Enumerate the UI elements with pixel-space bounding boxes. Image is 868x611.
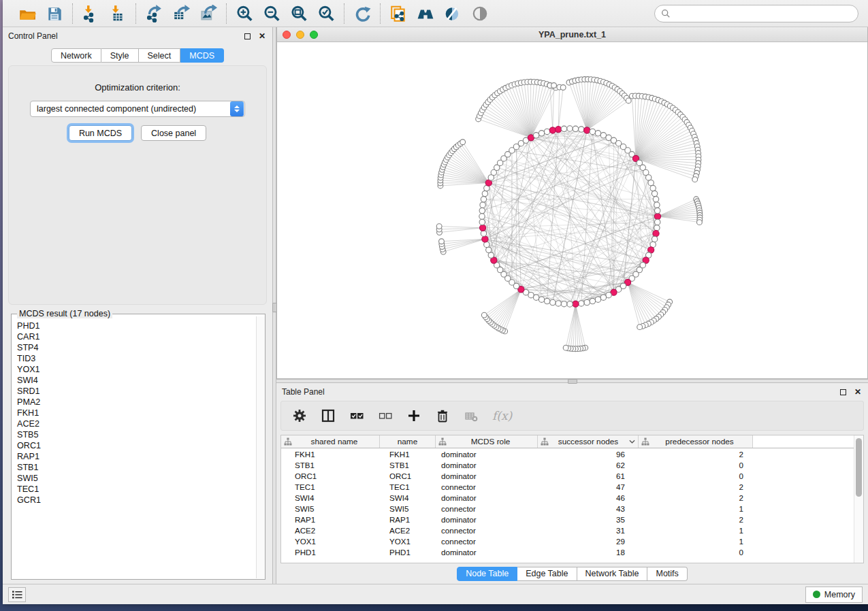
ring-node[interactable] <box>590 298 595 303</box>
tab-style[interactable]: Style <box>101 48 139 63</box>
splitter-handle[interactable] <box>272 303 277 312</box>
table-row[interactable]: ACE2ACE2connector311 <box>281 525 854 535</box>
mcds-node-item[interactable]: PHD1 <box>17 320 256 331</box>
close-window-icon[interactable] <box>283 31 291 39</box>
search-input[interactable] <box>675 9 852 18</box>
ring-node[interactable] <box>488 252 494 258</box>
ring-node[interactable] <box>482 191 487 196</box>
columns-icon[interactable] <box>321 407 336 425</box>
zoom-window-icon[interactable] <box>310 31 318 39</box>
close-table-panel-button[interactable]: ✕ <box>853 387 863 397</box>
splitter-handle-h[interactable] <box>568 379 577 384</box>
table-row[interactable]: ORC1ORC1dominator610 <box>281 470 854 481</box>
table-row[interactable]: SWI5SWI5connector431 <box>281 503 854 514</box>
import-network-icon[interactable] <box>81 4 100 23</box>
ring-node[interactable] <box>595 131 600 136</box>
tab-network[interactable]: Network <box>51 48 101 63</box>
ring-node[interactable] <box>567 301 573 307</box>
network-snapshot-icon[interactable] <box>389 4 408 23</box>
zoom-out-icon[interactable] <box>262 4 281 23</box>
ring-node[interactable] <box>595 297 600 302</box>
save-icon[interactable] <box>45 4 64 23</box>
mcds-hub-node[interactable] <box>653 231 659 237</box>
network-canvas[interactable] <box>277 42 867 378</box>
mcds-node-item[interactable]: RAP1 <box>17 451 256 462</box>
ring-node[interactable] <box>654 225 660 231</box>
ring-node[interactable] <box>533 133 539 138</box>
refresh-icon[interactable] <box>353 4 372 23</box>
tab-edge-table[interactable]: Edge Table <box>517 567 577 581</box>
mcds-node-item[interactable]: TEC1 <box>17 484 256 495</box>
mcds-node-item[interactable]: FKH1 <box>17 408 256 418</box>
delete-column-icon[interactable] <box>435 407 450 425</box>
ring-node[interactable] <box>556 301 561 306</box>
ring-node[interactable] <box>567 126 573 131</box>
ring-node[interactable] <box>544 298 549 303</box>
vertical-splitter[interactable] <box>272 27 276 584</box>
ring-node[interactable] <box>655 208 660 213</box>
satellite-node[interactable] <box>696 220 702 225</box>
export-network-icon[interactable] <box>144 4 163 23</box>
ring-node[interactable] <box>533 295 539 300</box>
tab-motifs[interactable]: Motifs <box>647 567 687 581</box>
deselect-all-icon[interactable] <box>378 407 393 425</box>
satellite-node[interactable] <box>460 139 466 145</box>
tab-mcds[interactable]: MCDS <box>180 48 224 63</box>
ring-node[interactable] <box>579 127 584 132</box>
satellite-node[interactable] <box>692 177 698 182</box>
table-row[interactable]: STB1STB1dominator620 <box>281 459 854 470</box>
mcds-node-item[interactable]: YOX1 <box>17 364 256 375</box>
zoom-in-icon[interactable] <box>235 4 254 23</box>
mcds-node-item[interactable]: STB1 <box>17 462 256 473</box>
column-header-name[interactable]: name <box>380 435 436 448</box>
mcds-hub-node[interactable] <box>584 127 590 133</box>
network-graph[interactable] <box>277 42 866 378</box>
mcds-node-item[interactable]: ACE2 <box>17 418 256 429</box>
satellite-node[interactable] <box>626 98 631 103</box>
export-table-icon[interactable] <box>172 4 191 23</box>
ring-node[interactable] <box>650 185 656 191</box>
ring-node[interactable] <box>654 202 660 208</box>
mcds-hub-node[interactable] <box>482 236 488 242</box>
network-window-titlebar[interactable]: YPA_prune.txt_1 <box>277 27 867 42</box>
horizontal-splitter[interactable] <box>276 379 868 383</box>
ring-node[interactable] <box>544 129 549 134</box>
ring-node[interactable] <box>584 299 590 305</box>
mcds-list-scrollbar[interactable] <box>256 316 265 578</box>
show-graphics-details-icon[interactable] <box>470 4 489 23</box>
memory-button[interactable]: Memory <box>805 587 863 603</box>
table-row[interactable]: YOX1YOX1connector291 <box>281 535 854 546</box>
import-table-icon[interactable] <box>108 4 127 23</box>
float-panel-button[interactable] <box>242 31 252 41</box>
mcds-node-item[interactable]: STP4 <box>17 342 256 353</box>
mcds-hub-node[interactable] <box>549 127 556 133</box>
mcds-node-item[interactable]: SRD1 <box>17 386 256 397</box>
ring-node[interactable] <box>600 133 606 138</box>
table-row[interactable]: RAP1RAP1dominator352 <box>281 514 854 525</box>
mcds-node-item[interactable]: SWI5 <box>17 473 256 484</box>
satellite-node[interactable] <box>563 345 568 350</box>
select-all-icon[interactable] <box>349 407 364 425</box>
ring-node[interactable] <box>486 247 492 252</box>
mcds-node-item[interactable]: GCR1 <box>17 495 256 506</box>
close-panel-button-2[interactable]: Close panel <box>141 125 206 141</box>
table-row[interactable]: TEC1TEC1connector472 <box>281 481 854 492</box>
zoom-selected-icon[interactable] <box>317 4 336 23</box>
satellite-node[interactable] <box>637 325 643 330</box>
optimization-criterion-select[interactable]: largest connected component (undirected) <box>30 101 245 117</box>
ring-node[interactable] <box>481 231 486 236</box>
ring-node[interactable] <box>480 202 485 208</box>
tab-select[interactable]: Select <box>139 48 181 63</box>
ring-node[interactable] <box>579 301 584 306</box>
ring-node[interactable] <box>479 208 485 213</box>
ring-node[interactable] <box>561 126 566 131</box>
mcds-node-item[interactable]: TID3 <box>17 353 256 364</box>
ring-node[interactable] <box>600 295 606 300</box>
ring-node[interactable] <box>479 214 485 219</box>
ring-node[interactable] <box>481 197 486 202</box>
ring-node[interactable] <box>484 242 489 247</box>
ring-node[interactable] <box>648 180 654 185</box>
export-image-icon[interactable] <box>199 4 218 23</box>
add-column-icon[interactable] <box>406 407 421 425</box>
ring-node[interactable] <box>573 126 578 131</box>
